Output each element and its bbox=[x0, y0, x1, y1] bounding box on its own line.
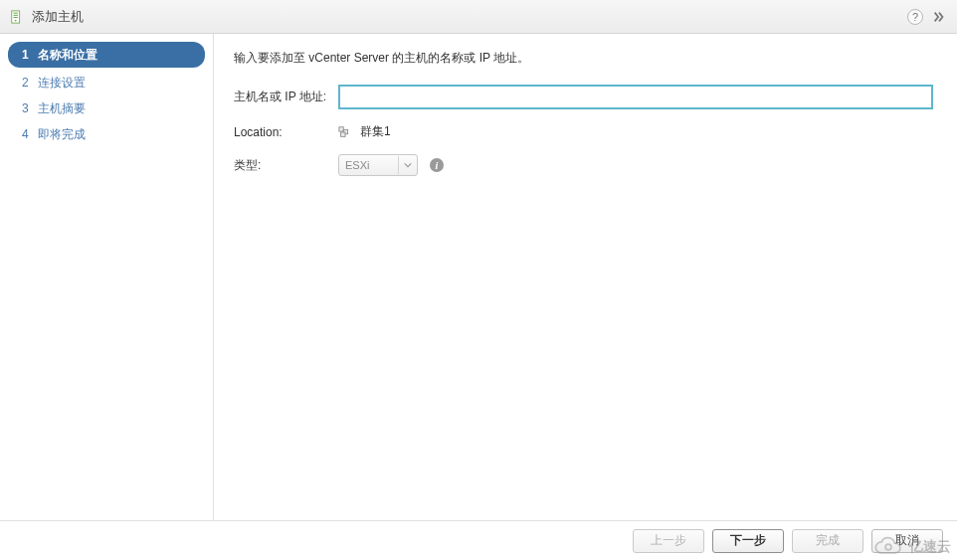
wizard-footer: 上一步 下一步 完成 取消 bbox=[0, 520, 957, 560]
svg-rect-7 bbox=[341, 132, 345, 136]
step-ready-complete[interactable]: 4 即将完成 bbox=[0, 121, 213, 147]
finish-button: 完成 bbox=[792, 529, 863, 553]
cluster-icon bbox=[338, 125, 352, 139]
step-host-summary[interactable]: 3 主机摘要 bbox=[0, 95, 213, 121]
step-label: 名称和位置 bbox=[38, 47, 97, 64]
svg-rect-1 bbox=[14, 12, 18, 13]
svg-rect-2 bbox=[14, 14, 18, 15]
wizard-content: 输入要添加至 vCenter Server 的主机的名称或 IP 地址。 主机名… bbox=[214, 34, 957, 520]
host-icon bbox=[10, 10, 24, 24]
info-icon[interactable]: i bbox=[430, 158, 444, 172]
wizard-sidebar: 1 名称和位置 2 连接设置 3 主机摘要 4 即将完成 bbox=[0, 34, 214, 520]
step-number: 4 bbox=[22, 127, 38, 141]
type-label: 类型: bbox=[234, 157, 338, 174]
cancel-button[interactable]: 取消 bbox=[871, 529, 943, 553]
popout-icon[interactable] bbox=[931, 9, 947, 25]
location-value: 群集1 bbox=[360, 123, 391, 140]
help-icon[interactable]: ? bbox=[907, 9, 923, 25]
location-label: Location: bbox=[234, 125, 338, 139]
step-label: 即将完成 bbox=[38, 126, 86, 143]
step-name-location[interactable]: 1 名称和位置 bbox=[8, 42, 205, 68]
hostname-input[interactable] bbox=[338, 85, 933, 109]
back-button: 上一步 bbox=[633, 529, 704, 553]
next-button[interactable]: 下一步 bbox=[712, 529, 784, 553]
svg-rect-5 bbox=[339, 126, 343, 130]
svg-point-4 bbox=[15, 19, 17, 21]
type-select[interactable]: ESXi bbox=[338, 154, 418, 176]
titlebar: 添加主机 ? bbox=[0, 0, 957, 34]
location-row: Location: 群集1 bbox=[234, 123, 937, 140]
svg-rect-3 bbox=[14, 17, 18, 18]
step-label: 主机摘要 bbox=[38, 100, 86, 117]
hostname-label: 主机名或 IP 地址: bbox=[234, 89, 338, 105]
type-row: 类型: ESXi i bbox=[234, 154, 937, 176]
type-value: ESXi bbox=[345, 159, 369, 171]
step-label: 连接设置 bbox=[38, 75, 86, 92]
step-number: 3 bbox=[22, 101, 38, 115]
step-number: 2 bbox=[22, 76, 38, 90]
step-number: 1 bbox=[22, 48, 38, 62]
step-connection-settings[interactable]: 2 连接设置 bbox=[0, 70, 213, 95]
dialog-title: 添加主机 bbox=[32, 8, 84, 26]
hostname-row: 主机名或 IP 地址: bbox=[234, 85, 937, 109]
instruction-text: 输入要添加至 vCenter Server 的主机的名称或 IP 地址。 bbox=[234, 50, 937, 67]
chevron-down-icon bbox=[398, 156, 416, 174]
